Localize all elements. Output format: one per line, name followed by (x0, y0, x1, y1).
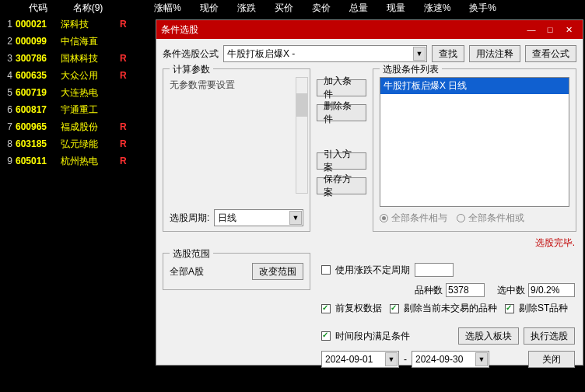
header-speed[interactable]: 涨速% (424, 2, 451, 15)
total-count-label: 品种数 (415, 284, 443, 297)
r-flag: R (115, 156, 123, 166)
undetermined-period-label: 使用涨跌不定周期 (335, 264, 410, 277)
extra-headers: 涨幅% 现价 涨跌 买价 卖价 总量 现量 涨速% 换手% (146, 0, 582, 16)
chevron-down-icon[interactable]: ▼ (385, 352, 398, 366)
stock-code: 603185 (16, 138, 61, 149)
row-index: 4 (0, 70, 16, 81)
scope-fieldset: 选股范围 全部A股 改变范围 (163, 253, 310, 290)
period-combo[interactable]: 日线 ▼ (214, 209, 303, 226)
stock-name: 深科技 (61, 18, 115, 31)
header-name[interactable]: 名称(9) (61, 2, 115, 15)
stock-name: 福成股份 (61, 121, 115, 134)
table-header-row: 代码 名称(9) (0, 0, 156, 16)
r-flag: R (115, 19, 123, 30)
date-to-combo[interactable]: 2024-09-30▼ (412, 351, 489, 368)
row-index: 8 (0, 138, 16, 149)
dialog-titlebar[interactable]: 条件选股 — □ ✕ (156, 20, 583, 39)
header-code[interactable]: 代码 (16, 2, 61, 15)
row-index: 3 (0, 53, 16, 64)
stock-code: 000099 (16, 36, 61, 47)
table-row[interactable]: 5600719大连热电 (0, 84, 156, 101)
table-row[interactable]: 8603185弘元绿能R (0, 135, 156, 152)
header-turn[interactable]: 换手% (469, 2, 496, 15)
total-count-value: 5378 (446, 283, 485, 297)
table-row[interactable]: 2000099中信海直 (0, 33, 156, 50)
stock-code: 600635 (16, 70, 61, 81)
table-row[interactable]: 3300786国林科技R (0, 50, 156, 67)
header-pct[interactable]: 涨幅% (154, 2, 181, 15)
execute-button[interactable]: 执行选股 (524, 327, 575, 345)
table-row[interactable]: 1000021深科技R (0, 16, 156, 33)
r-flag: R (115, 138, 123, 149)
no-params-text: 无参数需要设置 (170, 74, 303, 92)
change-scope-button[interactable]: 改变范围 (252, 263, 303, 280)
minimize-button[interactable]: — (522, 23, 541, 37)
conditions-fieldset: 选股条件列表 牛股打板启爆X 日线 全部条件相与 全部条件相或 (373, 68, 576, 232)
selected-count-value: 9/0.2% (528, 283, 575, 297)
stock-code: 300786 (16, 53, 61, 64)
dialog-title: 条件选股 (161, 23, 522, 37)
period-field[interactable] (415, 263, 454, 277)
header-ask[interactable]: 卖价 (312, 2, 331, 15)
remove-st-checkbox[interactable] (505, 304, 514, 313)
date-separator: - (404, 354, 407, 365)
radio-or[interactable]: 全部条件相或 (457, 212, 524, 225)
row-index: 7 (0, 121, 16, 132)
selected-count-label: 选中数 (497, 284, 525, 297)
undetermined-period-checkbox[interactable] (321, 265, 331, 275)
time-range-checkbox[interactable] (321, 331, 331, 341)
close-dialog-button[interactable]: 关闭 (528, 351, 575, 368)
stock-name: 宇通重工 (61, 103, 115, 117)
stock-table: 涨幅% 现价 涨跌 买价 卖价 总量 现量 涨速% 换手% 代码 名称(9) 1… (0, 0, 156, 392)
close-button[interactable]: ✕ (559, 23, 578, 37)
date-from-combo[interactable]: 2024-09-01▼ (321, 351, 399, 368)
add-to-block-button[interactable]: 选股入板块 (458, 327, 519, 345)
import-scheme-button[interactable]: 引入方案 (317, 152, 366, 170)
chevron-down-icon[interactable]: ▼ (475, 352, 488, 366)
stock-code: 605011 (16, 156, 61, 166)
table-row[interactable]: 7600965福成股份R (0, 118, 156, 135)
add-condition-button[interactable]: 加入条件 (317, 79, 366, 96)
params-scrollbar[interactable] (296, 77, 308, 194)
search-button[interactable]: 查找 (432, 45, 464, 62)
stock-name: 国林科技 (61, 52, 115, 65)
condition-item[interactable]: 牛股打板启爆X 日线 (380, 78, 569, 94)
stock-name: 杭州热电 (61, 155, 115, 168)
formula-combo[interactable]: 牛股打板启爆X - ▼ (223, 45, 427, 62)
remove-untraded-checkbox[interactable] (390, 304, 399, 313)
delete-condition-button[interactable]: 删除条件 (317, 104, 366, 121)
stock-code: 000021 (16, 19, 61, 30)
stock-name: 大连热电 (61, 86, 115, 100)
stock-name: 大众公用 (61, 69, 115, 82)
params-legend: 计算参数 (170, 63, 213, 76)
table-row[interactable]: 4600635大众公用R (0, 67, 156, 84)
usage-button[interactable]: 用法注释 (469, 45, 520, 62)
conditions-legend: 选股条件列表 (380, 63, 442, 76)
r-flag: R (115, 70, 123, 81)
fq-checkbox[interactable] (321, 304, 331, 313)
header-vol[interactable]: 总量 (349, 2, 368, 15)
view-formula-button[interactable]: 查看公式 (525, 45, 576, 62)
scope-value: 全部A股 (170, 265, 204, 278)
save-scheme-button[interactable]: 保存方案 (317, 177, 366, 194)
row-index: 9 (0, 156, 16, 166)
period-label: 选股周期: (170, 212, 209, 225)
row-index: 5 (0, 87, 16, 98)
table-row[interactable]: 9605011杭州热电R (0, 152, 156, 170)
header-cur[interactable]: 现量 (387, 2, 405, 15)
stock-code: 600817 (16, 104, 61, 115)
conditions-listbox[interactable]: 牛股打板启爆X 日线 (380, 77, 569, 207)
chevron-down-icon[interactable]: ▼ (289, 211, 302, 225)
chevron-down-icon[interactable]: ▼ (413, 47, 426, 61)
header-chg[interactable]: 涨跌 (237, 2, 256, 15)
stock-filter-dialog: 条件选股 — □ ✕ 条件选股公式 牛股打板启爆X - ▼ 查找 用法注释 查看… (156, 19, 583, 366)
header-price[interactable]: 现价 (200, 2, 219, 15)
table-row[interactable]: 6600817宇通重工 (0, 101, 156, 118)
stock-name: 中信海直 (61, 35, 115, 48)
stock-code: 600965 (16, 121, 61, 132)
row-index: 2 (0, 36, 16, 47)
maximize-button[interactable]: □ (541, 23, 559, 37)
header-bid[interactable]: 买价 (275, 2, 293, 15)
formula-label: 条件选股公式 (163, 47, 219, 61)
radio-and[interactable]: 全部条件相与 (380, 212, 447, 225)
